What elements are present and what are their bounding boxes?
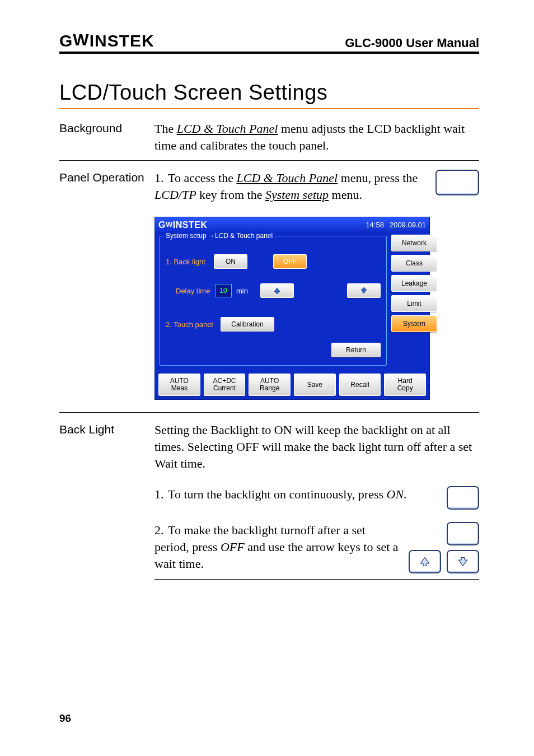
arrow-down-icon <box>360 287 367 294</box>
backlight-on-button[interactable]: ON <box>214 254 247 269</box>
lcd-touch-panel-link: LCD & Touch Panel <box>177 122 278 136</box>
return-button[interactable]: Return <box>331 343 381 357</box>
arrow-up-icon <box>274 287 280 294</box>
delay-time-value: 10 <box>215 284 232 297</box>
backlight-intro: Setting the Backlight to ON will keep th… <box>154 422 479 472</box>
section-title: LCD/Touch Screen Settings <box>59 81 479 105</box>
background-text: The LCD & Touch Panel menu adjusts the L… <box>154 120 479 153</box>
device-header: GWINSTEK 14:58 2009.09.01 <box>155 217 429 233</box>
arrow-down-key-icon <box>447 550 479 573</box>
system-setup-link: System setup <box>265 188 329 202</box>
device-sidebar: Network Class Leakage Limit System <box>391 232 429 370</box>
side-class-button[interactable]: Class <box>391 255 437 272</box>
softkey-blank-icon <box>447 486 479 510</box>
bottom-auto-meas-button[interactable]: AUTOMeas <box>158 374 200 396</box>
softkey-blank-icon <box>435 170 479 195</box>
bottom-auto-range-button[interactable]: AUTORange <box>249 374 291 396</box>
calibration-button[interactable]: Calibration <box>221 317 274 332</box>
lcdtp-key-name: LCD/TP <box>154 188 196 202</box>
panel-operation-row: Panel Operation 1.To access the LCD & To… <box>59 170 479 405</box>
touch-panel-row-label: 2. Touch panel <box>166 320 216 330</box>
brand-logo: GWINSTEK <box>59 31 154 50</box>
bottom-acdc-current-button[interactable]: AC+DCCurrent <box>204 374 246 396</box>
side-limit-button[interactable]: Limit <box>391 295 437 312</box>
device-breadcrumb: System setup →LCD & Touch panel <box>163 231 275 240</box>
divider <box>59 412 479 413</box>
side-network-button[interactable]: Network <box>391 235 437 251</box>
bottom-recall-button[interactable]: Recall <box>339 374 381 396</box>
device-brand: GWINSTEK <box>158 219 207 231</box>
backlight-row-label: 1. Back light <box>166 257 209 267</box>
lcd-touch-panel-link: LCD & Touch Panel <box>236 171 338 185</box>
divider <box>154 579 479 580</box>
device-time: 14:58 <box>366 220 384 230</box>
backlight-row: Back Light Setting the Backlight to ON w… <box>59 422 479 589</box>
manual-title: GLC-9000 User Manual <box>345 36 479 50</box>
arrow-up-key-icon <box>409 550 441 573</box>
side-leakage-button[interactable]: Leakage <box>391 275 437 292</box>
page-header: GWINSTEK GLC-9000 User Manual <box>59 31 479 54</box>
side-system-button[interactable]: System <box>391 315 437 332</box>
panel-operation-body: 1.To access the LCD & Touch Panel menu, … <box>154 170 479 405</box>
delay-down-button[interactable] <box>347 283 381 298</box>
device-frame: System setup →LCD & Touch panel 1. Back … <box>160 236 387 366</box>
delay-time-label: Delay time <box>176 286 210 296</box>
device-bottom-bar: AUTOMeas AC+DCCurrent AUTORange Save Rec… <box>155 370 429 399</box>
backlight-off-button[interactable]: OFF <box>273 254 307 269</box>
section-rule <box>59 108 479 109</box>
bottom-hard-copy-button[interactable]: HardCopy <box>384 374 426 396</box>
device-date: 2009.09.01 <box>390 220 426 230</box>
device-screenshot: GWINSTEK 14:58 2009.09.01 System setup →… <box>154 217 430 400</box>
delay-up-button[interactable] <box>260 283 294 298</box>
backlight-label: Back Light <box>59 422 154 436</box>
divider <box>59 160 479 161</box>
background-label: Background <box>59 120 154 135</box>
panel-operation-label: Panel Operation <box>59 170 154 184</box>
background-row: Background The LCD & Touch Panel menu ad… <box>59 120 479 153</box>
backlight-body: Setting the Backlight to ON will keep th… <box>154 422 479 589</box>
delay-time-unit: min <box>236 286 248 296</box>
bottom-save-button[interactable]: Save <box>294 374 336 396</box>
softkey-blank-icon <box>447 522 479 545</box>
page-number: 96 <box>59 712 71 725</box>
